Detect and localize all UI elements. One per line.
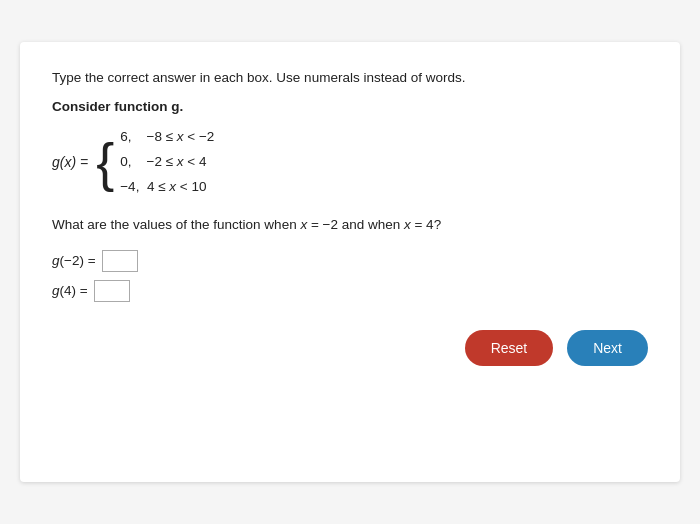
brace-container: { 6, −8 ≤ x < −2 0, −2 ≤ x < 4 −4, 4 ≤ x… bbox=[96, 126, 214, 199]
func-label: g(x) = bbox=[52, 154, 88, 170]
next-button[interactable]: Next bbox=[567, 330, 648, 366]
answer-input-1[interactable] bbox=[102, 250, 138, 272]
case-1-value: 6, bbox=[120, 129, 131, 144]
cases-list: 6, −8 ≤ x < −2 0, −2 ≤ x < 4 −4, 4 ≤ x <… bbox=[120, 126, 214, 199]
reset-button[interactable]: Reset bbox=[465, 330, 554, 366]
case-row-1: 6, −8 ≤ x < −2 bbox=[120, 126, 214, 149]
case-2-condition: −2 ≤ x < 4 bbox=[147, 154, 207, 169]
answer-row-2: g(4) = bbox=[52, 280, 648, 302]
question-text: What are the values of the function when… bbox=[52, 217, 648, 232]
case-row-2: 0, −2 ≤ x < 4 bbox=[120, 151, 214, 174]
button-group: Reset Next bbox=[52, 330, 648, 366]
case-2-value: 0, bbox=[120, 154, 131, 169]
consider-label: Consider function g. bbox=[52, 99, 648, 114]
case-3-value: −4, bbox=[120, 179, 139, 194]
answer-input-2[interactable] bbox=[94, 280, 130, 302]
main-card: Type the correct answer in each box. Use… bbox=[20, 42, 680, 482]
left-brace: { bbox=[96, 126, 114, 199]
answer-row-1: g(−2) = bbox=[52, 250, 648, 272]
answer-label-2: g(4) = bbox=[52, 283, 88, 298]
case-1-condition: −8 ≤ x < −2 bbox=[147, 129, 215, 144]
instruction-text: Type the correct answer in each box. Use… bbox=[52, 70, 648, 85]
case-3-condition: 4 ≤ x < 10 bbox=[147, 179, 207, 194]
answer-label-1: g(−2) = bbox=[52, 253, 96, 268]
answer-section: g(−2) = g(4) = bbox=[52, 250, 648, 302]
function-definition: g(x) = { 6, −8 ≤ x < −2 0, −2 ≤ x < 4 −4… bbox=[52, 126, 648, 199]
case-row-3: −4, 4 ≤ x < 10 bbox=[120, 176, 214, 199]
